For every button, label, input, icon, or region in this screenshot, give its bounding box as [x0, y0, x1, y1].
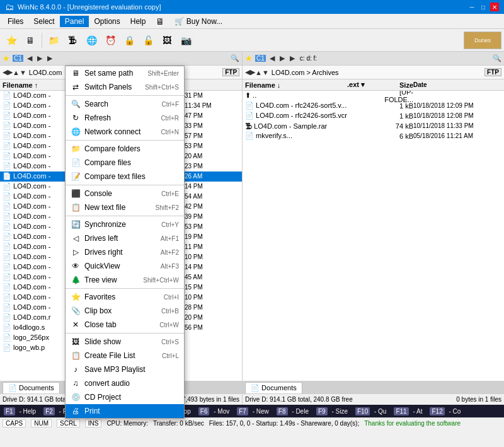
menu-item-console[interactable]: ⬛ Console Ctrl+E	[66, 187, 184, 200]
toolbar-star[interactable]: ⭐	[3, 32, 20, 49]
menu-item-compare-folders[interactable]: 📁 Compare folders	[66, 142, 184, 156]
menu-item-create-file-list[interactable]: 📋 Create File List Ctrl+L	[66, 349, 184, 363]
right-nav-fwd[interactable]: ▶	[278, 54, 286, 62]
left-screen-icon[interactable]: C1	[13, 55, 23, 62]
menu-item-synchronize[interactable]: 🔄 Synchronize Ctrl+Y	[66, 218, 184, 231]
menu-item-clip-box[interactable]: 📎 Clip box Ctrl+B	[66, 304, 184, 318]
fkey-f7[interactable]: F7 - New	[236, 408, 270, 415]
menu-item-network-connect[interactable]: 🌐 Network connect Ctrl+N	[66, 125, 184, 139]
menu-item-compare-files[interactable]: 📄 Compare files	[66, 156, 184, 170]
menu-item-convert-audio[interactable]: ♫ convert audio	[66, 376, 184, 390]
menu-item-switch-panels[interactable]: ⇄ Switch Panels Shift+Ctrl+S	[66, 80, 184, 94]
right-down-arrow[interactable]: ▼	[262, 69, 269, 76]
right-file-name: 📄 mkverify.s...	[245, 132, 347, 140]
right-file-row[interactable]: 📄 LO4D.com - rfc2426-sort5.v... 1 kB 10/…	[243, 101, 504, 111]
menu-select[interactable]: Select	[28, 16, 59, 27]
toolbar-zip[interactable]: 🗜	[64, 32, 81, 49]
right-screen-icon[interactable]: C1	[255, 55, 266, 62]
menu-item-icon: ↻	[71, 113, 81, 123]
left-back-arrow[interactable]: ◀	[3, 68, 8, 76]
menu-item-label: Console	[84, 189, 158, 198]
right-nav-back[interactable]: ◀	[268, 54, 276, 62]
right-file-row[interactable]: 📄 LO4D.com - rfc2426-sort5.vcr 1 kB 10/1…	[243, 111, 504, 121]
fkey-f12[interactable]: F12 - Co	[428, 408, 462, 415]
right-file-row[interactable]: 🗜 LO4D.com - Sample.rar 74 kB 10/11/2018…	[243, 121, 504, 131]
fkey-f9[interactable]: F9 - Size	[315, 408, 349, 415]
menu-files[interactable]: Files	[3, 16, 28, 27]
fkey-f6[interactable]: F6 - Mov	[197, 408, 231, 415]
right-file-date: 10/18/2018 12:08 PM	[413, 112, 501, 119]
menu-item-label: Clip box	[84, 306, 158, 315]
right-col-filename[interactable]: Filename ↓	[245, 81, 347, 89]
right-nav-up[interactable]: ▶	[289, 54, 296, 62]
status-scrl: SCRL	[57, 419, 80, 427]
menu-item-search[interactable]: 🔍 Search Ctrl+F	[66, 97, 184, 111]
menu-item-quickview[interactable]: 👁 QuickView Alt+F3	[66, 259, 184, 273]
status-files: Files: 157, 0, 0 - Startup: 1.49s - Shar…	[209, 420, 359, 427]
toolbar-network[interactable]: 🌐	[83, 32, 100, 49]
menu-item-refresh[interactable]: ↻ Refresh Ctrl+R	[66, 111, 184, 125]
menu-item-shortcut: Ctrl+N	[161, 129, 179, 136]
maximize-button[interactable]: □	[479, 3, 488, 11]
fkey-f1[interactable]: F1 - Help	[3, 408, 37, 415]
menu-item-tree-view[interactable]: 🌲 Tree view Shift+Ctrl+W	[66, 273, 184, 287]
menu-buy[interactable]: 🛒 Buy Now...	[169, 16, 227, 27]
menu-separator	[66, 140, 184, 141]
left-up-arrow[interactable]: ▲	[13, 69, 20, 76]
toolbar-screen[interactable]: 🖥	[21, 32, 39, 49]
menu-item-slide-show[interactable]: 🖼 Slide show Ctrl+S	[66, 335, 184, 349]
menu-item-label: New text file	[84, 203, 151, 212]
menu-item-icon: 📋	[71, 351, 81, 361]
menu-item-cd-project[interactable]: 💿 CD Project	[66, 390, 184, 404]
menu-item-drives-right[interactable]: ▷ Drives right Alt+F2	[66, 245, 184, 259]
menu-item-set-same-path[interactable]: 🖥 Set same path Shift+Enter	[66, 66, 184, 80]
menu-item-compare-text-files[interactable]: 📝 Compare text files	[66, 170, 184, 183]
toolbar-folder[interactable]: 📁	[45, 32, 62, 49]
menu-item-save-mp3[interactable]: ♪ Save MP3 Playlist	[66, 363, 184, 376]
left-nav-up[interactable]: ▶	[46, 54, 54, 62]
fkey-f10[interactable]: F10 - Qu	[354, 408, 387, 415]
toolbar-image[interactable]: 🖼	[158, 32, 176, 49]
fkey-f8[interactable]: F8 - Dele	[275, 408, 310, 415]
menu-item-print[interactable]: 🖨 Print	[66, 404, 184, 418]
toolbar-clock[interactable]: ⏰	[101, 32, 119, 49]
left-search-icon[interactable]: 🔍	[231, 54, 239, 62]
window-controls[interactable]: ─ □ ✕	[467, 3, 499, 11]
close-button[interactable]: ✕	[490, 3, 499, 11]
fkey-f11[interactable]: F11 - At	[392, 408, 423, 415]
menu-item-close-tab[interactable]: ✕ Close tab Ctrl+W	[66, 318, 184, 332]
left-fwd-arrow[interactable]: ▶	[8, 68, 13, 76]
right-col-date[interactable]: Date	[413, 81, 501, 88]
menu-item-favorites[interactable]: ⭐ Favorites Ctrl+I	[66, 290, 184, 304]
right-file-row[interactable]: 📄 mkverify.s... 6 kB 05/18/2016 11:21 AM	[243, 131, 504, 141]
left-nav-back[interactable]: ◀	[26, 54, 33, 62]
right-col-size[interactable]: Size	[375, 81, 413, 89]
left-down-arrow[interactable]: ▼	[20, 69, 26, 76]
toolbar-lock2[interactable]: 🔓	[139, 32, 157, 49]
right-path-label: LO4D.com > Archives	[269, 69, 484, 76]
menu-options[interactable]: Options	[89, 16, 125, 27]
right-file-row[interactable]: ⬆ .. [UP-FOLDE...	[243, 91, 504, 101]
menu-icon-btn[interactable]: 🖥	[151, 15, 169, 28]
right-fwd-arrow[interactable]: ▶	[250, 68, 255, 76]
menu-help[interactable]: Help	[125, 16, 151, 27]
menu-item-label: convert audio	[84, 379, 175, 388]
left-star-icon[interactable]: ★	[3, 54, 10, 63]
right-star-icon[interactable]: ★	[245, 54, 253, 63]
toolbar-lock[interactable]: 🔒	[120, 32, 138, 49]
right-tab-documents[interactable]: 📄 Documents	[245, 382, 302, 393]
status-ins: INS	[85, 419, 102, 427]
right-col-ext[interactable]: .ext ▾	[347, 81, 375, 89]
left-tab-documents[interactable]: 📄 Documents	[3, 382, 60, 393]
left-panel-header: ★ C1 ◀ ▶ ▶ 🔍	[0, 52, 242, 66]
right-drive-info: Drive D: 914.1 GB total, 240.8 GB free 0…	[243, 393, 504, 405]
right-search-icon[interactable]: 🔍	[493, 54, 501, 62]
minimize-button[interactable]: ─	[467, 3, 476, 11]
right-up-arrow[interactable]: ▲	[255, 69, 262, 76]
menu-item-drives-left[interactable]: ◁ Drives left Alt+F1	[66, 231, 184, 245]
menu-panel[interactable]: Panel	[60, 16, 89, 27]
left-nav-fwd[interactable]: ▶	[36, 54, 43, 62]
toolbar-image2[interactable]: 📷	[177, 32, 195, 49]
menu-item-new-text-file[interactable]: 📋 New text file Shift+F2	[66, 200, 184, 214]
right-back-arrow[interactable]: ◀	[245, 68, 250, 76]
